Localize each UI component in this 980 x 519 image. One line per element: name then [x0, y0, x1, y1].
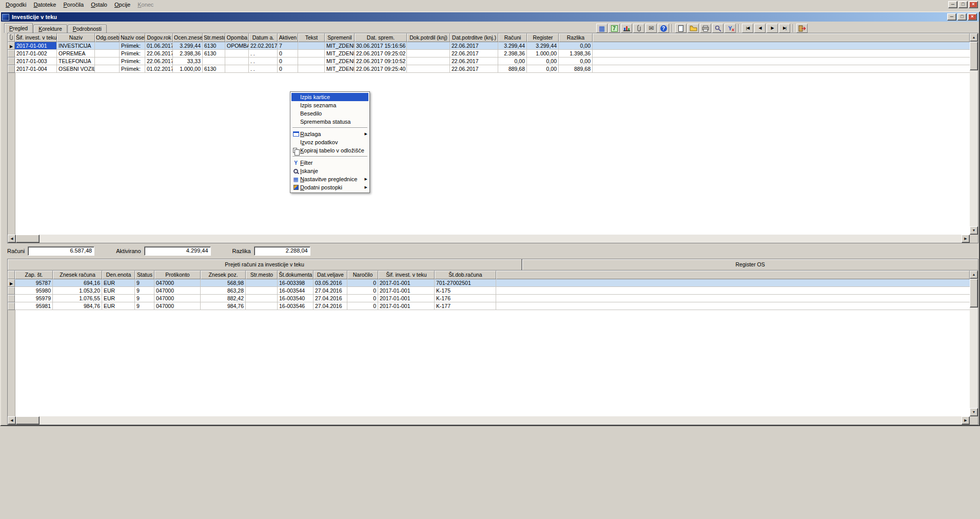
column-header-register[interactable]: Register [527, 33, 559, 42]
column-header-dogov-rok[interactable]: Dogov.rok [145, 33, 173, 42]
cell-dat-sprem[interactable]: 22.06.2017 09:25:02 [355, 50, 407, 57]
cell-odg-oseba[interactable] [95, 50, 120, 57]
cell-aktiven[interactable]: 0 [278, 65, 298, 73]
column-header-datum-a[interactable]: Datum a. [249, 33, 278, 42]
cell-dat-potrditve-knj[interactable]: 22.06.2017 [450, 42, 498, 50]
cell-razlika[interactable]: 1.398,36 [559, 50, 593, 57]
cell-protikonto[interactable]: 047000 [154, 287, 201, 295]
cell-znesek-poz[interactable]: 863,28 [201, 287, 246, 295]
menu-item-razlaga[interactable]: Razlaga▶ [291, 130, 368, 138]
cell-tekst[interactable] [298, 42, 325, 50]
cell-st-dob-racuna[interactable]: K-175 [435, 287, 496, 295]
cell-str-mesto[interactable]: 6130 [203, 50, 225, 57]
cell-znesek-racuna[interactable]: 984,76 [53, 302, 102, 310]
column-header-zap-st[interactable]: Zap. št. [15, 271, 53, 279]
menu-ostalo[interactable]: Ostalo [87, 1, 111, 9]
scroll-up-button[interactable]: ▲ [970, 271, 978, 279]
cell-racuni[interactable]: 3.299,44 [498, 42, 527, 50]
menu-konec[interactable]: Konec [134, 1, 157, 9]
cell-opomba[interactable]: OPOMBA [225, 42, 249, 50]
app-minimize-button[interactable]: ─ [948, 1, 957, 8]
cell-dat-veljave[interactable]: 27.04.2016 [313, 295, 347, 302]
cell-st-dokumenta[interactable]: 16-003544 [278, 287, 313, 295]
menu-item-filter[interactable]: YFilter [291, 159, 368, 167]
cell-register[interactable]: 1.000,00 [527, 50, 559, 57]
cell-dat-potrditve-knj[interactable]: 22.06.2017 [450, 57, 498, 65]
cell-register[interactable]: 3.299,44 [527, 42, 559, 50]
cell-st-dob-racuna[interactable]: 701-27002501 [435, 279, 496, 287]
menu-dogodki[interactable]: Dogodki [2, 1, 30, 9]
bottom-tab-register-os[interactable]: Register OS [522, 259, 978, 270]
cell-datum-a[interactable]: 22.02.2017 [249, 42, 278, 50]
cell-naziv-osebe[interactable]: Priimek: [120, 57, 145, 65]
cell-aktiven[interactable]: 0 [278, 57, 298, 65]
column-header-sif-invest-v-teku[interactable]: Šif. invest. v teku [378, 271, 435, 279]
bottom-tab-prejeti-racuni-za-investicije-v-teku[interactable]: Prejeti računi za investicije v teku [7, 259, 522, 270]
cell-znesek-racuna[interactable]: 1.053,20 [53, 287, 102, 295]
cell-opomba[interactable] [225, 65, 249, 73]
toolbar-mail-button[interactable]: ✉ [645, 24, 657, 33]
cell-naziv-osebe[interactable]: Priimek: [120, 65, 145, 73]
toolbar-exit-button[interactable] [796, 24, 808, 33]
cell-naziv-osebe[interactable]: Priimek: [120, 42, 145, 50]
cell-status[interactable]: 9 [135, 279, 154, 287]
menu-item-besedilo[interactable]: Besedilo [291, 109, 368, 118]
cell-znesek-poz[interactable]: 882,42 [201, 295, 246, 302]
cell-str-mesto[interactable] [246, 302, 278, 310]
scroll-left-button[interactable]: ◀ [8, 235, 16, 243]
cell-den-enota[interactable]: EUR [102, 279, 135, 287]
menu-porocila[interactable]: Poročila [60, 1, 87, 9]
column-header-st-dokumenta[interactable]: Št.dokumenta [278, 271, 313, 279]
cell-naziv[interactable]: TELEFONIJA [57, 57, 95, 65]
scroll-right-button[interactable]: ▶ [962, 416, 970, 425]
cell-zap-st[interactable]: 95787 [15, 279, 53, 287]
toolbar-search-button[interactable] [712, 24, 723, 33]
column-header-str-mesto[interactable]: Str.mesto [246, 271, 278, 279]
cell-ocen-znesek[interactable]: 3.299,44 [173, 42, 203, 50]
tab-podrobnosti[interactable]: Podrobnosti [68, 25, 107, 33]
cell-razlika[interactable]: 0,00 [559, 57, 593, 65]
toolbar-table-grid-button[interactable]: ▦ [596, 24, 607, 33]
cell-str-mesto[interactable] [203, 57, 225, 65]
cell-dat-sprem[interactable]: 22.06.2017 09:10:52 [355, 57, 407, 65]
column-header-str-mesto[interactable]: Str.mesto [203, 33, 225, 42]
cell-den-enota[interactable]: EUR [102, 287, 135, 295]
cell-narocilo[interactable]: 0 [347, 279, 378, 287]
cell-narocilo[interactable]: 0 [347, 287, 378, 295]
menu-item-kopiraj-tabelo-v-odlozisce[interactable]: Kopiraj tabelo v odložišče [291, 146, 368, 155]
cell-sif-invest-v-teku[interactable]: 2017-01-001 [378, 295, 435, 302]
column-header-protikonto[interactable]: Protikonto [154, 271, 201, 279]
cell-sif-invest-v-teku[interactable]: 2017-01-001 [378, 287, 435, 295]
cell-register[interactable]: 0,00 [527, 65, 559, 73]
vertical-scrollbar[interactable]: ▲▼ [970, 33, 978, 235]
horizontal-scrollbar[interactable]: ◀▶ [8, 235, 970, 243]
cell-spremenil[interactable]: MIT_ZDENKA [325, 50, 355, 57]
menu-item-izvoz-podatkov[interactable]: Izvoz podatkov [291, 138, 368, 146]
column-header-opomba[interactable]: Opomba [225, 33, 249, 42]
cell-dat-veljave[interactable]: 03.05.2016 [313, 279, 347, 287]
cell-datum-a[interactable]: . . [249, 50, 278, 57]
cell-racuni[interactable]: 2.398,36 [498, 50, 527, 57]
cell-dat-sprem[interactable]: 30.06.2017 15:16:56 [355, 42, 407, 50]
column-header-spremenil[interactable]: Spremenil [325, 33, 355, 42]
cell-spremenil[interactable]: MIT_ZDENKA [325, 65, 355, 73]
column-header-ocen-znesek[interactable]: Ocen.znesek [173, 33, 203, 42]
cell-str-mesto[interactable]: 6130 [203, 65, 225, 73]
cell-racuni[interactable]: 889,68 [498, 65, 527, 73]
toolbar-new-document-button[interactable] [675, 24, 687, 33]
column-header-dat-sprem[interactable]: Dat. sprem. [355, 33, 407, 42]
cell-razlika[interactable]: 889,68 [559, 65, 593, 73]
cell-sif-invest-v-teku[interactable]: 2017-01-001 [15, 42, 57, 50]
toolbar-nav-last-button[interactable]: ▶| [779, 24, 790, 33]
cell-zap-st[interactable]: 95981 [15, 302, 53, 310]
cell-odg-oseba[interactable] [95, 42, 120, 50]
column-header-znesek-poz[interactable]: Znesek poz. [201, 271, 246, 279]
cell-str-mesto[interactable] [246, 295, 278, 302]
cell-status[interactable]: 9 [135, 302, 154, 310]
menu-item-dodatni-postopki[interactable]: Dodatni postopki▶ [291, 183, 368, 191]
column-header-razlika[interactable]: Razlika [559, 33, 593, 42]
cell-znesek-racuna[interactable]: 694,16 [53, 279, 102, 287]
cell-st-dokumenta[interactable]: 16-003540 [278, 295, 313, 302]
column-header-dat-veljave[interactable]: Dat.veljave [313, 271, 347, 279]
cell-datum-a[interactable]: . . [249, 57, 278, 65]
